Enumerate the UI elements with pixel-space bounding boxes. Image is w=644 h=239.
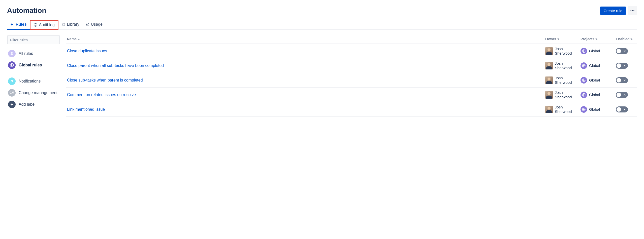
toggle-knob bbox=[617, 63, 621, 68]
project-cell: Global bbox=[581, 48, 616, 54]
more-actions-button[interactable] bbox=[628, 6, 637, 15]
column-header-enabled[interactable]: Enabled ⇅ bbox=[616, 37, 636, 41]
toggle-knob bbox=[617, 107, 621, 112]
tab-audit-log[interactable]: Audit log bbox=[30, 20, 58, 30]
svg-point-0 bbox=[631, 10, 631, 11]
create-rule-button[interactable]: Create rule bbox=[600, 7, 626, 15]
project-label: Global bbox=[589, 93, 600, 97]
letter-n-icon: N bbox=[8, 77, 16, 85]
column-header-label: Owner bbox=[545, 37, 556, 41]
sidebar-item-label: Change management bbox=[19, 91, 57, 95]
close-icon bbox=[623, 108, 626, 111]
project-cell: Global bbox=[581, 92, 616, 98]
toggle-knob bbox=[617, 49, 621, 53]
sidebar-item-add-label[interactable]: + Add label bbox=[7, 99, 60, 110]
avatar bbox=[545, 91, 553, 99]
owner-name: JoshSherwood bbox=[555, 47, 572, 55]
sort-icon: ⇅ bbox=[595, 38, 597, 41]
bolt-icon bbox=[10, 22, 14, 26]
plus-icon: + bbox=[8, 101, 16, 108]
table-body: Close duplicate issuesJoshSherwoodGlobal… bbox=[66, 44, 637, 117]
project-label: Global bbox=[589, 107, 600, 111]
owner-name: JoshSherwood bbox=[555, 76, 572, 85]
content-area: All rules Global rules N Notifications C… bbox=[7, 35, 637, 117]
sidebar: All rules Global rules N Notifications C… bbox=[7, 35, 60, 117]
tab-label: Rules bbox=[16, 22, 27, 27]
sidebar-item-label: All rules bbox=[19, 51, 33, 56]
enabled-toggle[interactable] bbox=[616, 92, 628, 98]
owner-cell: JoshSherwood bbox=[545, 105, 581, 114]
copy-icon bbox=[61, 22, 66, 26]
rule-name-link[interactable]: Comment on related issues on resolve bbox=[67, 93, 136, 97]
avatar bbox=[545, 62, 553, 69]
tab-label: Library bbox=[67, 22, 79, 27]
sidebar-item-change-management[interactable]: CM Change management bbox=[7, 87, 60, 99]
enabled-toggle[interactable] bbox=[616, 63, 628, 69]
sidebar-item-global-rules[interactable]: Global rules bbox=[7, 59, 60, 71]
sidebar-item-all-rules[interactable]: All rules bbox=[7, 48, 60, 59]
toggle-knob bbox=[617, 78, 621, 83]
tab-rules[interactable]: Rules bbox=[7, 20, 30, 30]
table-row: Comment on related issues on resolveJosh… bbox=[66, 88, 637, 102]
owner-cell: JoshSherwood bbox=[545, 47, 581, 55]
avatar bbox=[545, 106, 553, 113]
avatar bbox=[545, 47, 553, 55]
globe-icon bbox=[581, 77, 587, 84]
owner-name: JoshSherwood bbox=[555, 90, 572, 99]
close-icon bbox=[623, 49, 626, 53]
sidebar-item-label: Global rules bbox=[19, 63, 42, 67]
enabled-toggle[interactable] bbox=[616, 77, 628, 83]
project-cell: Global bbox=[581, 62, 616, 69]
close-icon bbox=[623, 93, 626, 97]
tab-label: Usage bbox=[91, 22, 103, 27]
rule-name-link[interactable]: Close duplicate issues bbox=[67, 49, 107, 53]
table-row: Close duplicate issuesJoshSherwoodGlobal bbox=[66, 44, 637, 58]
owner-name: JoshSherwood bbox=[555, 61, 572, 70]
avatar bbox=[545, 76, 553, 84]
owner-cell: JoshSherwood bbox=[545, 90, 581, 99]
sidebar-item-notifications[interactable]: N Notifications bbox=[7, 75, 60, 87]
ellipsis-icon bbox=[630, 8, 635, 13]
project-cell: Global bbox=[581, 77, 616, 84]
svg-rect-4 bbox=[63, 24, 65, 26]
owner-cell: JoshSherwood bbox=[545, 61, 581, 70]
sort-asc-icon: ▲ bbox=[78, 38, 80, 41]
project-label: Global bbox=[589, 49, 600, 53]
svg-point-1 bbox=[632, 10, 633, 11]
column-header-label: Name bbox=[67, 37, 77, 41]
check-circle-icon bbox=[34, 23, 38, 27]
enabled-toggle[interactable] bbox=[616, 106, 628, 112]
project-label: Global bbox=[589, 78, 600, 82]
column-header-label: Enabled bbox=[616, 37, 629, 41]
sidebar-item-label: Add label bbox=[19, 102, 36, 107]
toggle-knob bbox=[617, 93, 621, 97]
owner-cell: JoshSherwood bbox=[545, 76, 581, 85]
tab-library[interactable]: Library bbox=[58, 20, 82, 30]
close-icon bbox=[623, 78, 626, 82]
enabled-toggle[interactable] bbox=[616, 48, 628, 54]
tab-usage[interactable]: Usage bbox=[82, 20, 106, 30]
sidebar-item-label: Notifications bbox=[19, 79, 41, 84]
rules-table: Name ▲ Owner ⇅ Projects ⇅ Enabled ⇅ Clos… bbox=[66, 35, 637, 117]
sort-icon: ⇅ bbox=[630, 38, 632, 41]
column-header-label: Projects bbox=[581, 37, 594, 41]
rule-name-link[interactable]: Close sub-tasks when parent is completed bbox=[67, 78, 143, 82]
sort-icon: ⇅ bbox=[557, 38, 559, 41]
project-cell: Global bbox=[581, 106, 616, 113]
column-header-name[interactable]: Name ▲ bbox=[67, 37, 545, 41]
column-header-projects[interactable]: Projects ⇅ bbox=[581, 37, 616, 41]
all-rules-icon bbox=[8, 50, 16, 57]
page-title: Automation bbox=[7, 7, 46, 15]
rule-name-link[interactable]: Link mentioned issue bbox=[67, 107, 105, 111]
table-row: Close parent when all sub-tasks have bee… bbox=[66, 58, 637, 73]
letters-cm-icon: CM bbox=[8, 89, 16, 97]
table-row: Close sub-tasks when parent is completed… bbox=[66, 73, 637, 88]
table-header: Name ▲ Owner ⇅ Projects ⇅ Enabled ⇅ bbox=[66, 35, 637, 44]
column-header-owner[interactable]: Owner ⇅ bbox=[545, 37, 581, 41]
rule-name-link[interactable]: Close parent when all sub-tasks have bee… bbox=[67, 63, 164, 68]
globe-icon bbox=[581, 106, 587, 113]
svg-point-2 bbox=[633, 10, 634, 11]
filter-rules-input[interactable] bbox=[7, 35, 60, 44]
project-label: Global bbox=[589, 63, 600, 68]
globe-icon bbox=[581, 62, 587, 69]
